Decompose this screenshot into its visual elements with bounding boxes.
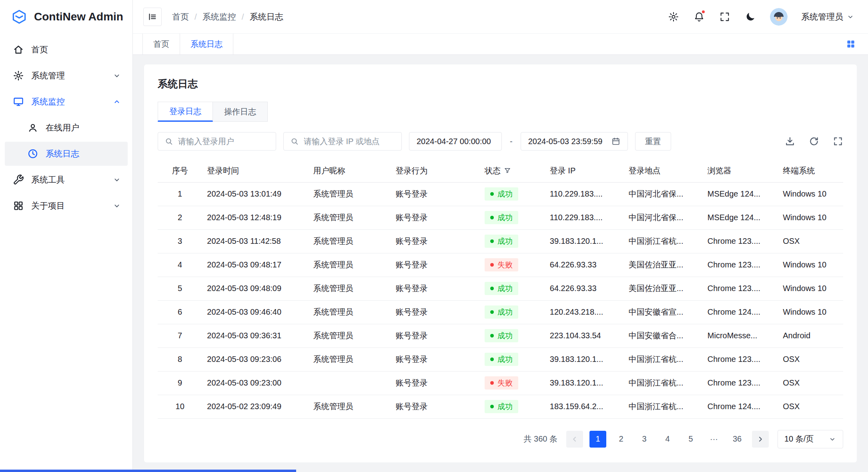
cell-time: 2024-05-03 09:46:40: [202, 300, 309, 324]
sidebar-item-label: 系统管理: [31, 70, 65, 81]
status-badge: 成功: [485, 400, 518, 413]
refresh-icon[interactable]: [809, 136, 819, 147]
cell-ip: 110.229.183....: [545, 206, 624, 229]
status-dot: [490, 263, 494, 267]
fullscreen-icon[interactable]: [719, 11, 731, 23]
sidebar-collapse-button[interactable]: [143, 8, 162, 26]
page-size-select[interactable]: 10 条/页: [778, 430, 843, 448]
cell-location: 中国河北省保...: [624, 206, 703, 229]
pagination-page-3[interactable]: 3: [636, 431, 653, 448]
status-dot: [490, 334, 494, 337]
status-badge: 成功: [485, 211, 518, 224]
sidebar-item-system-logs[interactable]: 系统日志: [5, 142, 128, 166]
login-user-search[interactable]: [158, 132, 276, 151]
cell-action: 账号登录: [391, 182, 480, 206]
expand-table-icon[interactable]: [833, 136, 843, 147]
sidebar-item-system-tools[interactable]: 系统工具: [5, 168, 128, 192]
cell-user: 系统管理员: [309, 253, 391, 277]
cell-status: 成功: [480, 206, 545, 229]
user-avatar[interactable]: [770, 8, 788, 26]
cell-browser: Chrome 123....: [703, 371, 778, 395]
filter-funnel-icon[interactable]: [504, 167, 511, 174]
date-range-end[interactable]: [521, 132, 628, 151]
cell-browser: MicroMesse...: [703, 324, 778, 347]
pagination-page-2[interactable]: 2: [613, 431, 629, 448]
cell-index: 3: [158, 229, 202, 253]
clock-icon: [27, 148, 38, 159]
settings-icon[interactable]: [668, 11, 680, 23]
cell-user: 系统管理员: [309, 229, 391, 253]
cell-user: 系统管理员: [309, 277, 391, 300]
cell-location: 美国佐治亚亚...: [624, 253, 703, 277]
cell-location: 中国浙江省杭...: [624, 395, 703, 418]
chevron-down-icon: [828, 435, 836, 443]
user-menu[interactable]: 系统管理员: [801, 11, 854, 22]
dark-mode-moon-icon[interactable]: [744, 11, 756, 23]
cell-user: 系统管理员: [309, 395, 391, 418]
status-badge: 成功: [485, 305, 518, 319]
date-range-start[interactable]: [409, 132, 502, 151]
cell-index: 9: [158, 371, 202, 395]
cell-index: 10: [158, 395, 202, 418]
menu-fold-icon: [148, 12, 157, 22]
cell-location: 中国安徽省合...: [624, 324, 703, 347]
login-ip-search[interactable]: [283, 132, 402, 151]
cell-index: 6: [158, 300, 202, 324]
pagination-page-4[interactable]: 4: [659, 431, 676, 448]
login-user-input[interactable]: [178, 137, 269, 146]
breadcrumb-home[interactable]: 首页: [172, 11, 189, 22]
grid-icon: [13, 200, 24, 211]
tab-login-log[interactable]: 登录日志: [158, 102, 213, 122]
col-os: 终端系统: [778, 159, 843, 182]
col-behavior: 登录行为: [391, 159, 480, 182]
cell-browser: Chrome 123....: [703, 277, 778, 300]
breadcrumb-system-monitor[interactable]: 系统监控: [202, 11, 236, 22]
pagination-prev-button[interactable]: [566, 431, 583, 448]
tab-home[interactable]: 首页: [142, 34, 180, 54]
chevron-up-icon: [112, 97, 121, 106]
sidebar-item-online-users[interactable]: 在线用户: [5, 116, 128, 140]
table-row: 2 2024-05-03 12:48:19 系统管理员 账号登录 成功 110.…: [158, 206, 843, 229]
tab-label: 系统日志: [190, 39, 223, 50]
cell-os: OSX: [778, 347, 843, 371]
tab-system-logs[interactable]: 系统日志: [180, 34, 233, 54]
cell-ip: 110.229.183....: [545, 182, 624, 206]
status-dot: [490, 405, 494, 408]
status-dot: [490, 310, 494, 314]
login-ip-input[interactable]: [304, 137, 395, 146]
apps-grid-icon[interactable]: [845, 38, 857, 50]
notification-bell-icon[interactable]: [693, 11, 705, 23]
table-row: 8 2024-05-03 09:23:06 系统管理员 账号登录 成功 39.1…: [158, 347, 843, 371]
cell-user: 系统管理员: [309, 206, 391, 229]
cell-user: 系统管理员: [309, 324, 391, 347]
pagination-page-1[interactable]: 1: [589, 431, 606, 448]
cell-browser: MSEdge 124...: [703, 206, 778, 229]
cell-time: 2024-05-03 11:42:58: [202, 229, 309, 253]
download-icon[interactable]: [785, 136, 795, 147]
pagination-page-5[interactable]: 5: [682, 431, 699, 448]
status-dot: [490, 287, 494, 290]
tab-operation-log[interactable]: 操作日志: [213, 102, 268, 122]
reset-button[interactable]: 重置: [635, 132, 671, 151]
tab-label: 登录日志: [169, 106, 201, 117]
cell-ip: 64.226.93.33: [545, 277, 624, 300]
sidebar-item-home[interactable]: 首页: [5, 38, 128, 62]
sidebar-item-about-project[interactable]: 关于项目: [5, 194, 128, 218]
username: 系统管理员: [801, 11, 843, 22]
date-start-input[interactable]: [417, 137, 494, 146]
pagination-next-button[interactable]: [752, 431, 769, 448]
col-browser: 浏览器: [703, 159, 778, 182]
tab-label: 操作日志: [224, 106, 256, 117]
sidebar-item-system-management[interactable]: 系统管理: [5, 64, 128, 88]
status-badge: 成功: [485, 235, 518, 248]
status-badge: 成功: [485, 329, 518, 342]
tab-label: 首页: [153, 39, 169, 50]
cell-browser: Chrome 123....: [703, 229, 778, 253]
pagination-page-36[interactable]: 36: [729, 431, 746, 448]
cell-action: 账号登录: [391, 277, 480, 300]
reset-label: 重置: [645, 136, 661, 147]
pagination-ellipsis[interactable]: ···: [706, 431, 722, 448]
chevron-down-icon: [112, 175, 121, 184]
date-end-input[interactable]: [528, 137, 611, 146]
sidebar-item-system-monitor[interactable]: 系统监控: [5, 90, 128, 114]
